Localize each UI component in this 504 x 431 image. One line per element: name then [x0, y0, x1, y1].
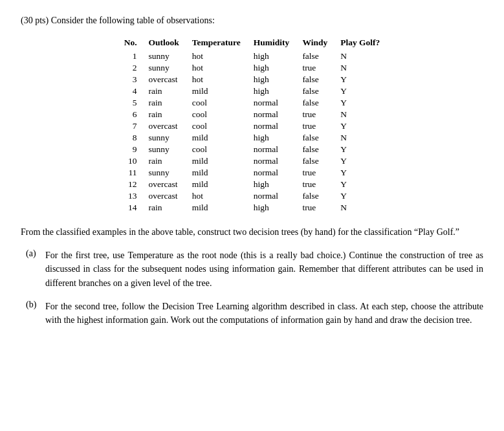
cell-3-1: rain	[142, 85, 186, 97]
cell-7-3: high	[247, 132, 296, 144]
cell-13-4: true	[296, 202, 334, 214]
cell-4-1: rain	[142, 97, 186, 109]
table-row: 11sunnymildnormaltrueY	[118, 167, 387, 179]
cell-4-0: 5	[118, 97, 142, 109]
cell-2-1: overcast	[142, 74, 186, 85]
cell-3-3: high	[247, 85, 296, 97]
cell-12-1: overcast	[142, 190, 186, 202]
col-header-no: No.	[118, 36, 142, 50]
col-header-windy: Windy	[296, 36, 334, 50]
table-row: 1sunnyhothighfalseN	[118, 50, 387, 62]
cell-9-2: mild	[186, 155, 247, 167]
cell-0-2: hot	[186, 50, 247, 62]
cell-0-3: high	[247, 50, 296, 62]
part-a: (a) For the first tree, use Temperature …	[21, 249, 483, 291]
cell-7-2: mild	[186, 132, 247, 144]
table-header-row: No. Outlook Temperature Humidity Windy P…	[118, 36, 387, 50]
cell-11-1: overcast	[142, 179, 186, 190]
table-row: 14rainmildhightrueN	[118, 202, 387, 214]
cell-2-3: high	[247, 74, 296, 85]
cell-12-2: hot	[186, 190, 247, 202]
cell-11-0: 12	[118, 179, 142, 190]
cell-8-1: sunny	[142, 144, 186, 155]
cell-0-5: N	[334, 50, 386, 62]
cell-7-4: false	[296, 132, 334, 144]
cell-11-5: Y	[334, 179, 386, 190]
cell-13-5: N	[334, 202, 386, 214]
table-row: 13overcasthotnormalfalseY	[118, 190, 387, 202]
part-b-label: (b)	[26, 300, 41, 327]
cell-13-0: 14	[118, 202, 142, 214]
cell-6-4: true	[296, 120, 334, 132]
cell-9-5: Y	[334, 155, 386, 167]
table-container: No. Outlook Temperature Humidity Windy P…	[21, 36, 483, 214]
cell-5-1: rain	[142, 109, 186, 120]
cell-3-0: 4	[118, 85, 142, 97]
cell-2-0: 3	[118, 74, 142, 85]
part-b: (b) For the second tree, follow the Deci…	[21, 300, 483, 327]
problem-header: (30 pts) Consider the following table of…	[21, 16, 483, 26]
table-row: 8sunnymildhighfalseN	[118, 132, 387, 144]
cell-3-2: mild	[186, 85, 247, 97]
cell-5-3: normal	[247, 109, 296, 120]
cell-4-2: cool	[186, 97, 247, 109]
cell-10-0: 11	[118, 167, 142, 179]
cell-6-1: overcast	[142, 120, 186, 132]
cell-1-1: sunny	[142, 62, 186, 74]
cell-7-0: 8	[118, 132, 142, 144]
cell-7-1: sunny	[142, 132, 186, 144]
cell-10-2: mild	[186, 167, 247, 179]
cell-9-4: false	[296, 155, 334, 167]
cell-4-3: normal	[247, 97, 296, 109]
part-b-text: For the second tree, follow the Decision…	[45, 300, 483, 327]
cell-5-4: true	[296, 109, 334, 120]
cell-8-4: false	[296, 144, 334, 155]
cell-10-3: normal	[247, 167, 296, 179]
cell-6-5: Y	[334, 120, 386, 132]
cell-4-4: false	[296, 97, 334, 109]
cell-10-5: Y	[334, 167, 386, 179]
cell-8-3: normal	[247, 144, 296, 155]
cell-6-0: 7	[118, 120, 142, 132]
cell-10-4: true	[296, 167, 334, 179]
cell-1-4: true	[296, 62, 334, 74]
col-header-humidity: Humidity	[247, 36, 296, 50]
cell-2-5: Y	[334, 74, 386, 85]
cell-9-3: normal	[247, 155, 296, 167]
table-row: 6raincoolnormaltrueN	[118, 109, 387, 120]
cell-5-0: 6	[118, 109, 142, 120]
cell-1-3: high	[247, 62, 296, 74]
cell-12-0: 13	[118, 190, 142, 202]
cell-5-2: cool	[186, 109, 247, 120]
part-a-text: For the first tree, use Temperature as t…	[45, 249, 483, 291]
cell-13-2: mild	[186, 202, 247, 214]
cell-1-5: N	[334, 62, 386, 74]
table-row: 2sunnyhothightrueN	[118, 62, 387, 74]
table-row: 7overcastcoolnormaltrueY	[118, 120, 387, 132]
cell-12-3: normal	[247, 190, 296, 202]
cell-12-5: Y	[334, 190, 386, 202]
section-text: From the classified examples in the abov…	[21, 225, 483, 239]
cell-6-2: cool	[186, 120, 247, 132]
cell-0-1: sunny	[142, 50, 186, 62]
col-header-playgolf: Play Golf?	[334, 36, 386, 50]
cell-10-1: sunny	[142, 167, 186, 179]
part-a-label: (a)	[26, 249, 41, 291]
cell-11-4: true	[296, 179, 334, 190]
cell-1-0: 2	[118, 62, 142, 74]
cell-4-5: Y	[334, 97, 386, 109]
cell-3-4: false	[296, 85, 334, 97]
cell-0-0: 1	[118, 50, 142, 62]
cell-8-2: cool	[186, 144, 247, 155]
cell-13-3: high	[247, 202, 296, 214]
table-row: 3overcasthothighfalseY	[118, 74, 387, 85]
cell-2-2: hot	[186, 74, 247, 85]
cell-11-2: mild	[186, 179, 247, 190]
cell-2-4: false	[296, 74, 334, 85]
cell-8-5: Y	[334, 144, 386, 155]
cell-5-5: N	[334, 109, 386, 120]
table-row: 9sunnycoolnormalfalseY	[118, 144, 387, 155]
table-row: 4rainmildhighfalseY	[118, 85, 387, 97]
cell-1-2: hot	[186, 62, 247, 74]
col-header-outlook: Outlook	[142, 36, 186, 50]
